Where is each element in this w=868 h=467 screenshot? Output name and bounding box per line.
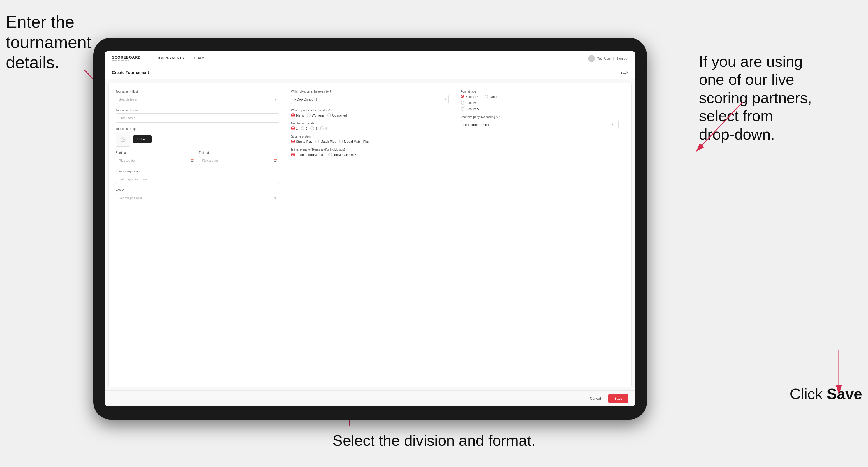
format-row-1: 5 count 4 Other <box>461 95 619 98</box>
gender-radio-group: Mens Womens Combined <box>291 113 449 117</box>
sponsor-input[interactable] <box>116 175 279 184</box>
rounds-4-radio[interactable] <box>320 126 324 130</box>
rounds-3-radio[interactable] <box>310 126 314 130</box>
end-date-input[interactable] <box>199 156 279 165</box>
brand-subtitle: Powered by Clippit <box>112 59 141 61</box>
division-select[interactable]: NCAA Division I <box>291 95 449 104</box>
brand-title: SCOREBOARD <box>112 55 141 59</box>
division-group: Which division is the event for? NCAA Di… <box>291 90 449 104</box>
gender-womens-radio[interactable] <box>307 113 311 117</box>
scoring-group: Scoring system Stroke Play Match Play <box>291 135 449 143</box>
gender-mens-radio[interactable] <box>291 113 295 117</box>
event-type-label: Is this event for Teams and/or Individua… <box>291 148 449 151</box>
gender-mens[interactable]: Mens <box>291 113 304 117</box>
start-date-wrapper: 📅 <box>116 156 196 165</box>
annotation-topleft: Enter the tournament details. <box>6 12 91 72</box>
form-area: Tournament Host ▼ Tournament name Tourna… <box>108 83 632 387</box>
gender-label: Which gender is the event for? <box>291 109 449 112</box>
scoring-medal-radio[interactable] <box>339 139 343 143</box>
api-group: Use third-party live scoring API? Leader… <box>461 115 619 129</box>
rounds-3[interactable]: 3 <box>310 126 317 130</box>
scoring-stroke[interactable]: Stroke Play <box>291 139 312 143</box>
event-individuals[interactable]: Individuals Only <box>329 153 356 156</box>
main-nav: TOURNAMENTS TEAMS <box>152 51 210 66</box>
api-clear[interactable]: × ÷ <box>612 123 616 126</box>
format-6count4-radio[interactable] <box>461 101 464 104</box>
logo-placeholder <box>116 132 130 147</box>
event-teams-radio[interactable] <box>291 153 295 156</box>
rounds-1-radio[interactable] <box>291 126 295 130</box>
logo-area: Upload <box>116 132 279 147</box>
gender-womens[interactable]: Womens <box>307 113 324 117</box>
tablet-screen: SCOREBOARD Powered by Clippit TOURNAMENT… <box>105 51 635 406</box>
signout-link[interactable]: Sign out <box>617 57 628 60</box>
logo-group: Tournament logo Upload <box>116 127 279 147</box>
api-value: Leaderboard King <box>463 123 489 126</box>
api-field[interactable]: Leaderboard King × ÷ <box>461 120 619 129</box>
tablet: SCOREBOARD Powered by Clippit TOURNAMENT… <box>93 38 647 419</box>
format-6count5-radio[interactable] <box>461 107 464 111</box>
form-col-2: Which division is the event for? NCAA Di… <box>285 90 455 380</box>
event-teams[interactable]: Teams (+Individuals) <box>291 153 326 156</box>
format-other-radio[interactable] <box>485 95 488 98</box>
save-button[interactable]: Save <box>609 394 628 403</box>
venue-label: Venue <box>116 188 279 192</box>
form-col-3: Format type 5 count 4 Other <box>455 90 624 380</box>
format-5count4-radio[interactable] <box>461 95 464 98</box>
annotation-bottomright: Click Save <box>789 385 862 403</box>
gender-combined[interactable]: Combined <box>327 113 347 117</box>
logo-label: Tournament logo <box>116 127 279 130</box>
rounds-4[interactable]: 4 <box>320 126 327 130</box>
start-date-label: Start date <box>116 151 196 154</box>
scoring-match-radio[interactable] <box>315 139 319 143</box>
event-type-radio-group: Teams (+Individuals) Individuals Only <box>291 153 449 156</box>
scoring-medal[interactable]: Medal Match Play <box>339 139 369 143</box>
form-footer: Cancel Save <box>105 391 635 406</box>
host-input[interactable] <box>116 95 279 104</box>
annotation-topright: If you are using one of our live scoring… <box>699 53 862 143</box>
annotation-bottom: Select the division and format. <box>333 432 535 449</box>
end-date-label: End date <box>199 151 279 154</box>
sponsor-group: Sponsor (optional) <box>116 170 279 184</box>
division-wrapper: NCAA Division I ▼ <box>291 95 449 104</box>
name-input[interactable] <box>116 113 279 123</box>
back-link[interactable]: ‹ Back <box>618 70 628 74</box>
format-label: Format type <box>461 90 619 93</box>
calendar-icon-end: 📅 <box>273 159 277 162</box>
nav-teams[interactable]: TEAMS <box>188 51 210 66</box>
scoring-stroke-radio[interactable] <box>291 139 295 143</box>
nav-tournaments[interactable]: TOURNAMENTS <box>152 51 188 66</box>
end-date-group: End date 📅 <box>199 151 279 165</box>
start-date-input[interactable] <box>116 156 196 165</box>
rounds-1[interactable]: 1 <box>291 126 298 130</box>
sponsor-label: Sponsor (optional) <box>116 170 279 173</box>
date-group: Start date 📅 End date 📅 <box>116 151 279 165</box>
form-col-1: Tournament Host ▼ Tournament name Tourna… <box>116 90 285 380</box>
user-name[interactable]: Test User <box>597 57 611 60</box>
format-group: Format type 5 count 4 Other <box>461 90 619 111</box>
rounds-2[interactable]: 2 <box>301 126 307 130</box>
dropdown-icon: ▼ <box>274 98 277 101</box>
cancel-button[interactable]: Cancel <box>585 394 606 403</box>
gender-combined-radio[interactable] <box>327 113 331 117</box>
format-6count5[interactable]: 6 count 5 <box>461 107 619 111</box>
scoring-label: Scoring system <box>291 135 449 138</box>
rounds-label: Number of rounds <box>291 122 449 125</box>
venue-input[interactable] <box>116 193 279 203</box>
host-label: Tournament Host <box>116 90 279 93</box>
event-individuals-radio[interactable] <box>329 153 332 156</box>
api-label: Use third-party live scoring API? <box>461 115 619 119</box>
name-group: Tournament name <box>116 109 279 123</box>
rounds-group: Number of rounds 1 2 <box>291 122 449 130</box>
event-type-group: Is this event for Teams and/or Individua… <box>291 148 449 156</box>
format-5count4[interactable]: 5 count 4 <box>461 95 479 98</box>
svg-point-9 <box>122 138 123 139</box>
format-6count4[interactable]: 6 count 4 <box>461 101 619 104</box>
upload-button[interactable]: Upload <box>133 135 152 143</box>
format-other[interactable]: Other <box>485 95 498 98</box>
host-group: Tournament Host ▼ <box>116 90 279 104</box>
rounds-2-radio[interactable] <box>301 126 305 130</box>
format-options: 5 count 4 Other 6 count 4 <box>461 95 619 111</box>
avatar <box>588 55 595 62</box>
scoring-match[interactable]: Match Play <box>315 139 336 143</box>
